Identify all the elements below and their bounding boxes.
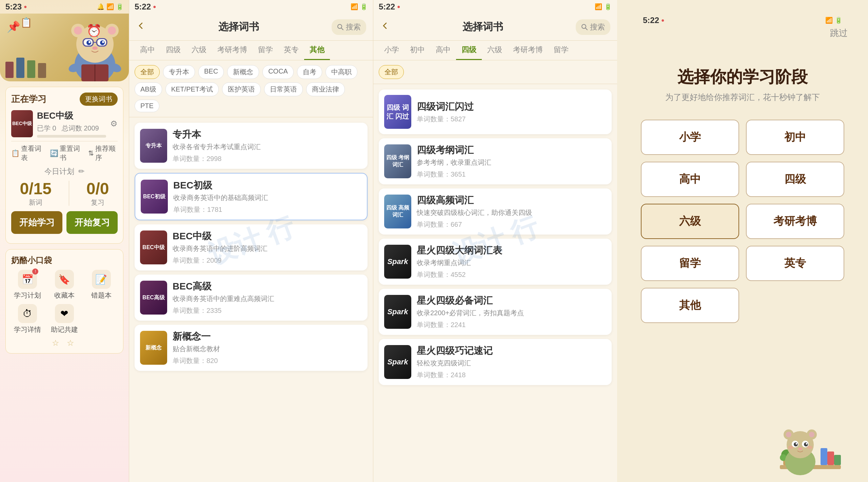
filter-business[interactable]: 商业法律 bbox=[306, 82, 345, 96]
stage-btn-xiaoxue[interactable]: 小学 bbox=[641, 120, 739, 155]
book-item-ciji-flash[interactable]: 四级 词汇 闪过 四级词汇闪过 单词数量：5827 bbox=[379, 89, 612, 134]
filter-pte[interactable]: PTE bbox=[135, 100, 159, 112]
wordbook2-header: 选择词书 搜索 bbox=[373, 14, 617, 41]
book-name-spark1: 星火四级大纲词汇表 bbox=[417, 244, 606, 257]
book-count-ciji-high: 单词数量：667 bbox=[417, 220, 606, 229]
book-item-new-concept[interactable]: 新概念 新概念一 贴合新概念教材 单词数量：820 bbox=[135, 325, 368, 371]
wordbook-tabs: 高中 四级 六级 考研考博 留学 英专 其他 bbox=[129, 41, 373, 60]
book-cover-ciji-high: 四级 高频 词汇 bbox=[384, 195, 411, 228]
book-name-ciji-outline: 四级考纲词汇 bbox=[417, 144, 606, 157]
deco-books bbox=[5, 58, 46, 78]
panel-wordbook-cet4: 设计 行 5:22 ● 📶 🔋 选择词书 搜索 小学 初中 高中 四级 bbox=[373, 0, 617, 482]
filter-daily[interactable]: 日常英语 bbox=[264, 82, 303, 96]
book-item-zhuanshengben[interactable]: 专升本 专升本 收录各省专升本考试重点词汇 单词数量：2998 bbox=[135, 123, 368, 169]
tab-cet6[interactable]: 六级 bbox=[186, 41, 212, 60]
edit-icon[interactable]: ✏ bbox=[78, 167, 84, 176]
filter-ket-pet[interactable]: KET/PET考试 bbox=[165, 82, 219, 96]
stage-btn-gaozhong[interactable]: 高中 bbox=[641, 162, 739, 197]
tab-gaozhong[interactable]: 高中 bbox=[430, 41, 456, 60]
filter-ab[interactable]: AB级 bbox=[135, 82, 162, 96]
search-button[interactable]: 搜索 bbox=[332, 19, 366, 35]
book-item-ciji-outline[interactable]: 四级 考纲 词汇 四级考纲词汇 参考考纲，收录重点词汇 单词数量：3651 bbox=[379, 138, 612, 184]
book-info-ciji-flash: 四级词汇闪过 单词数量：5827 bbox=[417, 100, 606, 124]
book-item-bec-mid[interactable]: BEC中级 BEC中级 收录商务英语中的进阶高频词汇 单词数量：2009 bbox=[135, 224, 368, 270]
stage-btn-chuzhong[interactable]: 初中 bbox=[746, 120, 844, 155]
daily-plan-title: 今日计划 ✏ bbox=[11, 166, 118, 177]
filter-zhuanshengben[interactable]: 专升本 bbox=[163, 65, 195, 79]
tab-chuzhong[interactable]: 初中 bbox=[405, 41, 430, 60]
start-review-button[interactable]: 开始复习 bbox=[66, 211, 118, 234]
filter-zhonggaozhi[interactable]: 中高职 bbox=[326, 65, 357, 79]
tab-yanbo-wb2[interactable]: 考研考博 bbox=[508, 41, 548, 60]
stage-btn-yanbo[interactable]: 考研考博 bbox=[746, 204, 844, 239]
favorites-tool[interactable]: 🔖 收藏本 bbox=[48, 270, 81, 300]
stage-btn-cet6[interactable]: 六级 bbox=[641, 204, 739, 239]
filter-coca[interactable]: COCA bbox=[262, 65, 294, 79]
book-name-ciji-high: 四级高频词汇 bbox=[417, 194, 606, 207]
book-item-ciji-high[interactable]: 四级 高频 词汇 四级高频词汇 快速突破四级核心词汇，助你通关四级 单词数量：6… bbox=[379, 188, 612, 235]
filter-zikao[interactable]: 自考 bbox=[297, 65, 322, 79]
study-plan-tool[interactable]: 📅 ! 学习计划 bbox=[11, 270, 44, 300]
svg-point-15 bbox=[92, 46, 98, 50]
study-details-icon: ⏱ bbox=[18, 304, 37, 323]
book-count-zhuanshengben: 单词数量：2998 bbox=[173, 154, 362, 163]
tab-liuxue-wb2[interactable]: 留学 bbox=[548, 41, 574, 60]
book-item-bec-init[interactable]: BEC初级 BEC初级 收录商务英语中的基础高频词汇 单词数量：1781 bbox=[135, 173, 368, 220]
book-name-spark2: 星火四级必备词汇 bbox=[417, 294, 606, 307]
book-name-ciji-flash: 四级词汇闪过 bbox=[417, 100, 606, 113]
book-item-spark3[interactable]: Spark 星火四级巧记速记 轻松攻克四级词汇 单词数量：2418 bbox=[379, 339, 612, 385]
tab-xiaoxue[interactable]: 小学 bbox=[379, 41, 405, 60]
svg-point-20 bbox=[338, 24, 342, 28]
panel-wordbook-other: 设计 行 5:22 ● 📶 🔋 选择词书 搜索 高中 四级 六级 考研考博 bbox=[129, 0, 373, 482]
study-details-tool[interactable]: ⏱ 学习详情 bbox=[11, 304, 44, 334]
book-item-spark1[interactable]: Spark 星火四级大纲词汇表 收录考纲重点词汇 单词数量：4552 bbox=[379, 239, 612, 285]
filter-all[interactable]: 全部 bbox=[135, 65, 160, 79]
tab-gaokao[interactable]: 高中 bbox=[135, 41, 160, 60]
study-plan-label: 学习计划 bbox=[14, 291, 41, 300]
book-name-bec-high: BEC高级 bbox=[173, 280, 362, 293]
stage-btn-liuxue[interactable]: 留学 bbox=[641, 246, 739, 281]
start-learning-button[interactable]: 开始学习 bbox=[11, 211, 62, 234]
tab-yingzhuan[interactable]: 英专 bbox=[278, 41, 304, 60]
back-button[interactable] bbox=[136, 21, 145, 33]
book-desc-new-concept: 贴合新概念教材 bbox=[173, 344, 362, 354]
time-home: 5:23 bbox=[5, 2, 22, 12]
tab-cet4-wb2[interactable]: 四级 bbox=[456, 41, 482, 60]
book-info-spark3: 星火四级巧记速记 轻松攻克四级词汇 单词数量：2418 bbox=[417, 344, 606, 380]
tab-cet6-wb2[interactable]: 六级 bbox=[482, 41, 508, 60]
recommend-order-btn[interactable]: ⇅ 推荐顺序 bbox=[88, 144, 118, 162]
book-settings-icon[interactable]: ⚙ bbox=[110, 119, 118, 128]
mnemonic-tool[interactable]: ❤ 助记共建 bbox=[48, 304, 81, 334]
book-info-new-concept: 新概念一 贴合新概念教材 单词数量：820 bbox=[173, 330, 362, 365]
wifi-stage-icon: 📶 bbox=[825, 17, 833, 24]
book-item-bec-high[interactable]: BEC高级 BEC高级 收录商务英语中的重难点高频词汇 单词数量：2335 bbox=[135, 275, 368, 321]
filter-all-wb2[interactable]: 全部 bbox=[379, 65, 404, 79]
favorites-icon: 🔖 bbox=[55, 270, 74, 289]
filter-xingainian[interactable]: 新概念 bbox=[227, 65, 259, 79]
view-wordlist-btn[interactable]: 📋 查看词表 bbox=[11, 144, 43, 162]
skip-button[interactable]: 跳过 bbox=[830, 27, 848, 39]
stage-btn-cet4[interactable]: 四级 bbox=[746, 162, 844, 197]
book-info-bec-init: BEC初级 收录商务英语中的基础高频词汇 单词数量：1781 bbox=[173, 179, 361, 214]
search-button-wb2[interactable]: 搜索 bbox=[576, 19, 610, 35]
book-desc-spark1: 收录考纲重点词汇 bbox=[417, 258, 606, 267]
tab-yanbo[interactable]: 考研考博 bbox=[212, 41, 253, 60]
daily-stats: 0/15 新词 0/0 复习 bbox=[11, 179, 118, 207]
tab-qita[interactable]: 其他 bbox=[304, 41, 330, 60]
book-item-spark2[interactable]: Spark 星火四级必备词汇 收录2200+必背词汇，夯扣真题考点 单词数量：2… bbox=[379, 289, 612, 335]
stage-btn-yingzhuan[interactable]: 英专 bbox=[746, 246, 844, 281]
filter-bec[interactable]: BEC bbox=[198, 65, 224, 79]
book-cover-bec-high: BEC高级 bbox=[140, 281, 167, 315]
book-count-bec-init: 单词数量：1781 bbox=[173, 205, 361, 214]
change-book-button[interactable]: 更换词书 bbox=[80, 93, 118, 106]
reset-book-btn[interactable]: 🔄 重置词书 bbox=[50, 144, 82, 162]
stage-btn-qita[interactable]: 其他 bbox=[641, 288, 739, 323]
book-count-ciji-outline: 单词数量：3651 bbox=[417, 170, 606, 179]
filter-yihu[interactable]: 医护英语 bbox=[222, 82, 261, 96]
book-desc-ciji-outline: 参考考纲，收录重点词汇 bbox=[417, 158, 606, 167]
wrong-book-tool[interactable]: 📝 错题本 bbox=[85, 270, 118, 300]
tab-cet4[interactable]: 四级 bbox=[160, 41, 186, 60]
back-button-wb2[interactable] bbox=[380, 21, 390, 33]
tab-liuxue[interactable]: 留学 bbox=[253, 41, 278, 60]
study-details-label: 学习详情 bbox=[14, 325, 41, 334]
